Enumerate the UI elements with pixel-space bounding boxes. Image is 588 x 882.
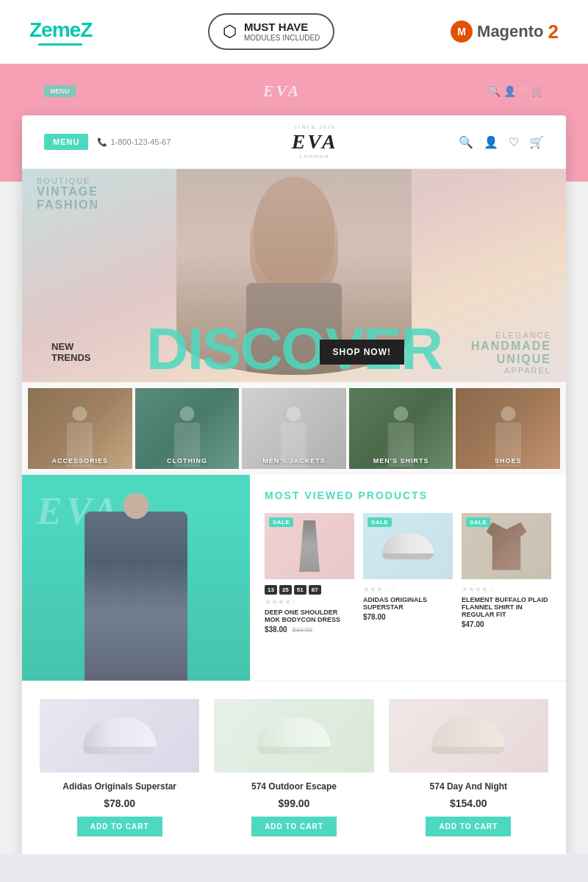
dress-shape — [295, 520, 324, 572]
promo-man-image — [22, 504, 250, 681]
magento-logo: M Magento 2 — [451, 21, 559, 43]
footer-product-price-1: $78.00 — [40, 797, 199, 809]
discover-overlay: DISCOVER — [22, 316, 566, 382]
countdown-hours: 13 — [265, 585, 277, 595]
product-price-2: $78.00 — [363, 613, 453, 621]
most-viewed-title: MOST VIEWED PRODUCTS — [265, 490, 551, 501]
footer-sneaker-2 — [257, 717, 331, 754]
header-right: 🔍 👤 ♡ 🛒 — [459, 135, 544, 149]
sale-badge-1: SALE — [269, 517, 293, 527]
eva-logo: SINCE 2010 EVA LONDON — [292, 124, 338, 159]
eva-promo-panel: EVA — [22, 475, 250, 681]
search-icon[interactable]: 🔍 — [459, 135, 473, 149]
phone-icon: 📞 — [97, 137, 107, 147]
category-accessories[interactable]: ACCESSORIES — [28, 388, 132, 469]
footer-product-price-3: $154.00 — [389, 797, 548, 809]
product-card-1: SALE 13 25 51 87 ★★★★☆ DEEP ONE SHOULDER… — [265, 513, 354, 634]
footer-product-price-2: $99.00 — [214, 797, 373, 809]
account-icon[interactable]: 👤 — [484, 135, 498, 149]
countdown-1: 13 25 51 87 — [265, 585, 354, 595]
wishlist-icon[interactable]: ♡ — [509, 135, 519, 149]
footer-products-section: Adidas Originals Superstar $78.00 ADD TO… — [22, 681, 566, 854]
product-image-3: SALE — [462, 513, 551, 579]
footer-product-name-2: 574 Outdoor Escape — [214, 781, 373, 792]
menu-button[interactable]: MENU — [44, 134, 88, 150]
shirt-shape — [487, 523, 527, 570]
add-to-cart-button-1[interactable]: ADD TO CART — [77, 817, 162, 836]
must-have-badge: ⬡ MUST HAVE modules included — [208, 13, 334, 50]
product-stars-3: ★★★★☆ — [462, 585, 551, 593]
product-card-3: SALE ★★★★☆ ELEMENT BUFFALO PLAID FLANNEL… — [462, 513, 551, 634]
category-grid: ACCESSORIES CLOTHING MEN'S JACKETS MEN'S… — [22, 382, 566, 475]
product-image-1: SALE — [265, 513, 354, 579]
shop-now-button[interactable]: SHOP NOW! — [320, 340, 404, 365]
product-name-2: ADIDAS ORIGINALS SUPERSTAR — [363, 596, 453, 611]
footer-sneaker-1 — [83, 717, 157, 754]
man-figure — [85, 512, 187, 681]
preview-container: MENU EVA 🔍 👤 ♡ 🛒 MENU 📞 1-800-123-45-67 … — [0, 64, 588, 854]
product-price-3: $47.00 — [462, 620, 551, 628]
bottom-section: EVA MOST VIEWED PRODUCTS SALE — [22, 475, 566, 681]
footer-product-1: Adidas Originals Superstar $78.00 ADD TO… — [40, 699, 199, 836]
footer-product-3: 574 Day And Night $154.00 ADD TO CART — [389, 699, 548, 836]
add-to-cart-button-2[interactable]: ADD TO CART — [251, 817, 337, 836]
must-have-icon: ⬡ — [223, 22, 237, 41]
product-name-3: ELEMENT BUFFALO PLAID FLANNEL SHIRT IN R… — [462, 596, 551, 618]
product-name-1: DEEP ONE SHOULDER MOK BODYCON DRESS — [265, 609, 354, 623]
category-mens-shirts[interactable]: MEN'S SHIRTS — [349, 388, 453, 469]
most-viewed-section: MOST VIEWED PRODUCTS SALE 13 25 51 87 — [250, 475, 566, 681]
countdown-minutes: 25 — [279, 585, 292, 595]
magento-icon: M — [451, 21, 473, 43]
category-clothing[interactable]: CLOTHING — [135, 388, 240, 469]
countdown-seconds: 51 — [294, 585, 306, 595]
footer-product-image-1 — [40, 699, 199, 772]
footer-product-name-3: 574 Day And Night — [389, 781, 548, 792]
cart-icon[interactable]: 🛒 — [529, 135, 544, 149]
phone-number: 📞 1-800-123-45-67 — [97, 137, 171, 147]
countdown-ms: 87 — [309, 585, 321, 595]
product-price-1: $38.00 $43.00 — [265, 625, 354, 634]
product-stars-1: ★★★★☆ — [265, 598, 354, 606]
footer-product-name-1: Adidas Originals Superstar — [40, 781, 199, 792]
product-card-2: SALE ★★★☆☆ ADIDAS ORIGINALS SUPERSTAR $7… — [363, 513, 453, 634]
zemes-logo[interactable]: ZemeZ — [29, 18, 92, 46]
footer-product-2: 574 Outdoor Escape $99.00 ADD TO CART — [214, 699, 373, 836]
footer-product-image-3 — [389, 699, 548, 772]
footer-sneaker-3 — [431, 717, 505, 754]
header-left: MENU 📞 1-800-123-45-67 — [44, 134, 171, 150]
top-badge-bar: ZemeZ ⬡ MUST HAVE modules included M Mag… — [0, 0, 588, 64]
sale-badge-3: SALE — [466, 517, 490, 527]
must-have-text: MUST HAVE modules included — [244, 21, 320, 43]
sneaker-shape — [382, 534, 434, 559]
category-shoes[interactable]: SHOES — [456, 388, 560, 469]
site-header: MENU 📞 1-800-123-45-67 SINCE 2010 EVA LO… — [22, 115, 566, 169]
product-image-2: SALE — [363, 513, 453, 579]
site-mockup: MENU 📞 1-800-123-45-67 SINCE 2010 EVA LO… — [22, 115, 566, 854]
footer-product-image-2 — [214, 699, 373, 772]
hero-section: BOUTIQUE VINTAGE FASHION ELEGANCE HANDMA… — [22, 169, 566, 382]
category-mens-jackets[interactable]: MEN'S JACKETS — [242, 388, 346, 469]
new-trends-text: NEW TRENDS — [51, 341, 90, 365]
product-stars-2: ★★★☆☆ — [363, 585, 453, 593]
sale-badge-2: SALE — [368, 517, 392, 527]
add-to-cart-button-3[interactable]: ADD TO CART — [426, 817, 511, 836]
most-viewed-products-row: SALE 13 25 51 87 ★★★★☆ DEEP ONE SHOULDER… — [265, 513, 551, 634]
